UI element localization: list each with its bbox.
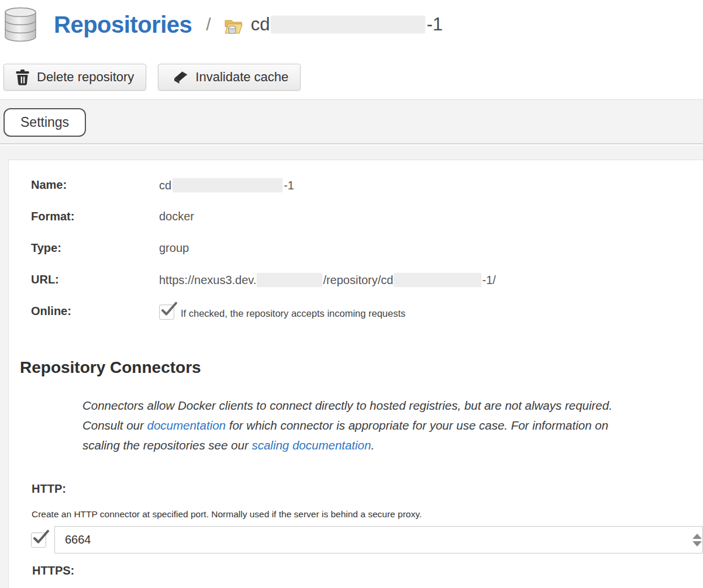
url-part3: -1/: [482, 274, 495, 287]
name-value-prefix: cd: [159, 179, 171, 192]
http-port-input[interactable]: [54, 526, 703, 554]
url-part1: https://nexus3.dev.: [159, 274, 256, 287]
online-checkbox[interactable]: [159, 305, 174, 320]
repository-summary: Name: cd -1 Format: docker Type: group U…: [31, 178, 691, 337]
redacted-block: [271, 16, 425, 33]
online-label: Online:: [31, 305, 159, 318]
stepper-down-icon[interactable]: [692, 541, 702, 547]
intro-text-3: .: [371, 438, 374, 452]
connectors-intro-text: Connectors allow Docker clients to conne…: [82, 396, 635, 455]
redacted-block: [394, 273, 481, 287]
section-heading-repository-connectors: Repository Connectors: [20, 358, 201, 377]
name-value: cd -1: [159, 178, 294, 192]
redacted-block: [257, 273, 322, 287]
https-label: HTTPS:: [32, 564, 74, 577]
redacted-block: [173, 178, 282, 192]
folder-database-icon: [224, 18, 243, 36]
documentation-link[interactable]: documentation: [147, 418, 226, 432]
tab-bar: Settings: [0, 99, 703, 144]
breadcrumb: Repositories / cd -1: [5, 7, 443, 42]
field-row-type: Type: group: [31, 241, 691, 255]
url-label: URL:: [31, 273, 159, 286]
checkmark-icon: [160, 301, 178, 319]
type-label: Type:: [31, 241, 159, 255]
tab-settings[interactable]: Settings: [4, 108, 86, 137]
field-row-online: Online: If checked, the repository accep…: [31, 305, 691, 320]
online-value: If checked, the repository accepts incom…: [159, 305, 405, 320]
invalidate-cache-button[interactable]: Invalidate cache: [158, 64, 301, 91]
toolbar: Delete repository Invalidate cache: [4, 64, 301, 91]
http-enabled-checkbox[interactable]: [31, 532, 46, 548]
field-row-name: Name: cd -1: [31, 178, 691, 192]
content-background: Name: cd -1 Format: docker Type: group U…: [0, 146, 703, 588]
scaling-documentation-link[interactable]: scaling documentation: [251, 438, 371, 452]
settings-panel: Name: cd -1 Format: docker Type: group U…: [8, 160, 703, 588]
page-title: Repositories: [54, 12, 192, 38]
checkmark-icon: [32, 529, 50, 547]
http-help-text: Create an HTTP connector at specified po…: [32, 509, 422, 520]
field-row-format: Format: docker: [31, 210, 691, 224]
database-icon: [5, 7, 36, 42]
breadcrumb-separator: /: [206, 15, 211, 34]
url-value: https://nexus3.dev. /repository/cd -1/: [159, 273, 496, 287]
repository-name-prefix: cd: [251, 14, 270, 35]
http-connector-row: [31, 526, 703, 554]
number-stepper[interactable]: [692, 534, 702, 547]
delete-repository-label: Delete repository: [37, 70, 134, 85]
eraser-icon: [170, 70, 188, 85]
online-help-text: If checked, the repository accepts incom…: [181, 308, 405, 319]
invalidate-cache-label: Invalidate cache: [195, 70, 288, 85]
repository-name-suffix: -1: [426, 14, 443, 35]
format-label: Format:: [31, 210, 159, 223]
stepper-up-icon[interactable]: [692, 534, 702, 539]
page-header: Repositories / cd -1 Delete repository: [0, 0, 703, 99]
format-value: docker: [159, 210, 194, 223]
repository-name: cd -1: [251, 14, 443, 35]
http-label: HTTP:: [32, 482, 66, 496]
delete-repository-button[interactable]: Delete repository: [4, 64, 146, 91]
http-port-field-wrap: [54, 526, 703, 554]
name-label: Name:: [31, 178, 159, 192]
name-value-suffix: -1: [284, 179, 294, 192]
url-part2: /repository/cd: [323, 274, 393, 287]
trash-icon: [16, 70, 29, 85]
type-value: group: [159, 241, 189, 255]
field-row-url: URL: https://nexus3.dev. /repository/cd …: [31, 273, 691, 287]
